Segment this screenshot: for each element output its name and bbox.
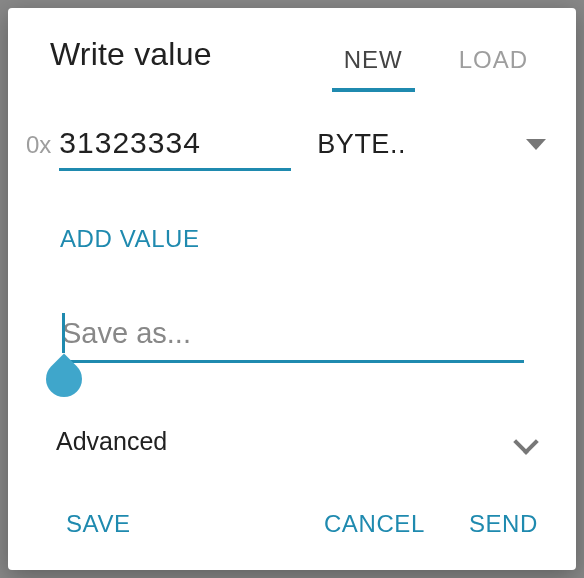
advanced-toggle[interactable]: Advanced [56, 427, 536, 456]
dialog-title: Write value [50, 36, 212, 73]
save-as-input[interactable] [60, 313, 524, 363]
chevron-down-icon [514, 431, 536, 453]
cancel-button[interactable]: CANCEL [318, 500, 431, 548]
tabs: NEW LOAD [326, 36, 546, 92]
text-cursor-icon [62, 313, 65, 353]
value-input-wrap [59, 124, 291, 171]
write-value-dialog: Write value NEW LOAD 0x BYTE.. ADD VALUE… [8, 8, 576, 570]
value-row: 0x BYTE.. [8, 92, 576, 171]
dropdown-caret-icon [526, 139, 546, 150]
type-label: BYTE.. [317, 129, 406, 160]
type-select[interactable]: BYTE.. [317, 129, 546, 160]
value-input[interactable] [59, 124, 291, 171]
hex-prefix: 0x [26, 131, 51, 159]
advanced-label: Advanced [56, 427, 167, 456]
tab-load[interactable]: LOAD [441, 36, 546, 92]
send-button[interactable]: SEND [463, 500, 544, 548]
dialog-actions: SAVE CANCEL SEND [8, 478, 576, 570]
save-button[interactable]: SAVE [60, 500, 137, 548]
tab-new[interactable]: NEW [326, 36, 421, 92]
save-as-wrap [60, 313, 524, 363]
dialog-header: Write value NEW LOAD [8, 8, 576, 92]
add-value-button[interactable]: ADD VALUE [60, 225, 200, 253]
